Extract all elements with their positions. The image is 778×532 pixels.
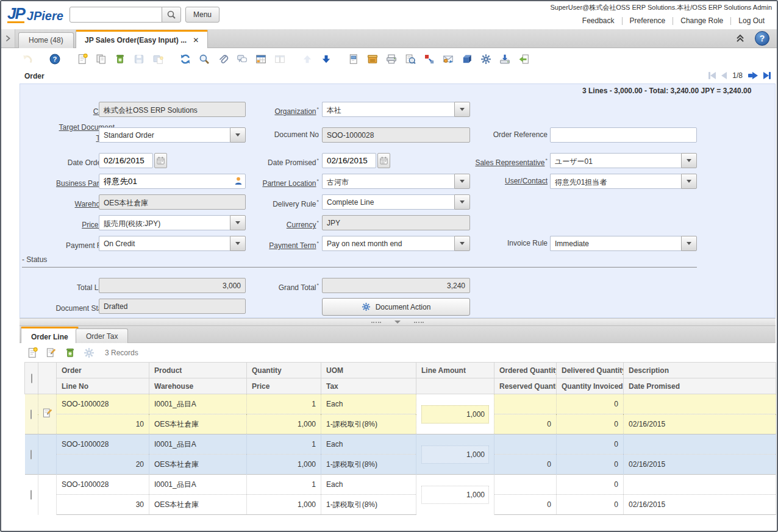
column-subheader[interactable]: Date Promised <box>624 378 776 394</box>
order-line-row[interactable]: SOO-1000028I0001_品目A1Each1,0000 <box>25 394 776 414</box>
document-action-button[interactable]: Document Action <box>322 298 470 316</box>
collapse-all-icon[interactable] <box>735 34 745 45</box>
next-record-icon[interactable] <box>748 72 758 79</box>
column-header[interactable]: Quantity <box>247 363 321 378</box>
organization-dropdown-button[interactable] <box>454 102 470 117</box>
row-checkbox[interactable] <box>30 410 32 419</box>
currency-label[interactable]: Currency* <box>227 218 319 229</box>
row-checkbox[interactable] <box>30 490 32 500</box>
select-all-checkbox[interactable] <box>31 374 32 383</box>
print-preview-icon[interactable] <box>402 51 418 67</box>
target-document-type-value[interactable]: Standard Order <box>99 127 230 143</box>
search-button[interactable] <box>162 7 181 23</box>
order-reference-input[interactable] <box>550 127 697 143</box>
column-subheader[interactable]: Line No <box>57 378 149 394</box>
export-data-icon[interactable] <box>497 51 513 67</box>
window-help-icon[interactable]: ? <box>755 31 769 46</box>
user-contact-dropdown-button[interactable] <box>681 174 697 189</box>
column-header[interactable]: Delivered Quantity <box>557 363 624 378</box>
help-icon[interactable]: ? <box>47 51 63 67</box>
close-tab-icon[interactable]: ✕ <box>193 36 199 44</box>
invoice-rule-dropdown-button[interactable] <box>681 236 697 251</box>
jpiere-logo[interactable]: JP JPiere <box>7 5 63 23</box>
copy-record-icon[interactable] <box>93 51 109 67</box>
logout-link[interactable]: Log Out <box>731 16 772 25</box>
column-header[interactable]: Order <box>57 363 149 378</box>
process-icon[interactable] <box>478 51 494 67</box>
payment-term-label[interactable]: Payment Term* <box>227 239 319 250</box>
last-record-icon[interactable] <box>763 72 771 79</box>
expand-west-panel-button[interactable] <box>1 29 15 48</box>
column-header[interactable]: Line Amount <box>416 363 494 378</box>
column-subheader[interactable]: Tax <box>321 378 416 394</box>
column-subheader[interactable] <box>416 378 494 394</box>
partner-location-value[interactable]: 古河市 <box>322 174 454 189</box>
business-partner-input[interactable] <box>99 174 246 189</box>
price-list-value[interactable]: 販売用(税抜:JPY) <box>99 215 230 230</box>
column-header[interactable]: Description <box>624 363 776 378</box>
column-subheader[interactable]: Warehouse <box>149 378 247 394</box>
tab-order-line[interactable]: Order Line <box>21 327 79 345</box>
report-icon[interactable] <box>346 51 362 67</box>
column-header[interactable]: Ordered Quantity <box>494 363 557 378</box>
delivery-rule-dropdown-button[interactable] <box>454 194 470 210</box>
exit-icon[interactable] <box>516 51 532 67</box>
tax-cell: 1-課税取引(8%) <box>321 455 416 475</box>
user-contact-value[interactable]: 得意先01担当者 <box>550 174 681 189</box>
date-promised-calendar-button[interactable] <box>377 153 390 168</box>
tab-order-tax[interactable]: Order Tax <box>76 328 128 344</box>
change-role-link[interactable]: Change Role <box>673 16 730 25</box>
date-ordered-calendar-button[interactable] <box>154 153 167 168</box>
sales-representative-value[interactable]: ユーザー01 <box>550 153 681 168</box>
order-line-row[interactable]: SOO-1000028I0001_品目A1Each1,0000 <box>25 475 776 495</box>
payment-term-value[interactable]: Pay on next month end <box>322 236 454 251</box>
tab-home[interactable]: Home (48) <box>18 32 74 48</box>
organization-label[interactable]: Organization* <box>227 105 319 116</box>
global-search-input[interactable] <box>70 7 162 23</box>
archive-icon[interactable] <box>365 51 380 67</box>
new-record-icon[interactable] <box>74 51 90 67</box>
product-info-icon[interactable] <box>459 51 475 67</box>
order-line-row-detail[interactable]: 20OES本社倉庫1,0001-課税取引(8%)0002/16/2015 <box>25 455 776 475</box>
panel-splitter-handle[interactable] <box>20 318 776 326</box>
edit-record-icon[interactable] <box>43 345 59 361</box>
payment-rule-value[interactable]: On Credit <box>99 236 230 251</box>
new-record-icon[interactable] <box>24 345 40 361</box>
edit-record-icon[interactable] <box>42 412 53 420</box>
print-icon[interactable] <box>384 51 399 67</box>
partner-location-label[interactable]: Partner Location* <box>227 177 319 188</box>
delivery-rule-value[interactable]: Complete Line <box>322 194 454 210</box>
order-line-row-detail[interactable]: 10OES本社倉庫1,0001-課税取引(8%)0002/16/2015 <box>25 414 776 434</box>
column-subheader[interactable]: Price <box>247 378 321 394</box>
send-mail-icon[interactable] <box>440 51 456 67</box>
sales-representative-dropdown-button[interactable] <box>681 153 697 168</box>
column-subheader[interactable]: Quantity Invoiced <box>557 378 624 394</box>
detail-record-icon[interactable] <box>318 51 334 67</box>
column-header[interactable]: Product <box>149 363 247 378</box>
organization-value[interactable]: 本社 <box>322 102 454 117</box>
date-promised-input[interactable] <box>322 153 376 168</box>
invoice-rule-value[interactable]: Immediate <box>550 236 681 251</box>
delete-record-icon[interactable] <box>112 51 128 67</box>
row-checkbox[interactable] <box>30 450 32 459</box>
refresh-icon[interactable] <box>177 51 193 67</box>
delete-record-icon[interactable] <box>62 345 78 361</box>
attachment-icon[interactable] <box>215 51 231 67</box>
find-icon[interactable] <box>196 51 212 67</box>
chat-icon[interactable] <box>234 51 250 67</box>
sales-representative-label[interactable]: Sales Representative* <box>456 156 548 167</box>
export-icon[interactable] <box>421 51 437 67</box>
column-header[interactable]: UOM <box>321 363 416 378</box>
order-line-row-detail[interactable]: 30OES本社倉庫1,0001-課税取引(8%)0002/16/2015 <box>25 495 776 515</box>
grid-toggle-icon[interactable] <box>253 51 269 67</box>
order-line-row[interactable]: SOO-1000028I0001_品目A1Each1,0000 <box>25 434 776 455</box>
column-subheader[interactable]: Reserved Quantity <box>494 378 557 394</box>
feedback-link[interactable]: Feedback <box>575 16 622 25</box>
tab-jp-sales-order[interactable]: JP Sales Order(Easy Input) ... ✕ <box>76 30 208 48</box>
date-ordered-input[interactable] <box>99 153 153 168</box>
user-contact-label[interactable]: User/Contact <box>456 177 548 185</box>
row-edit-cell[interactable] <box>38 394 57 434</box>
splitter-collapse-icon[interactable] <box>394 321 401 324</box>
preference-link[interactable]: Preference <box>623 16 673 25</box>
menu-button[interactable]: Menu <box>185 7 219 23</box>
